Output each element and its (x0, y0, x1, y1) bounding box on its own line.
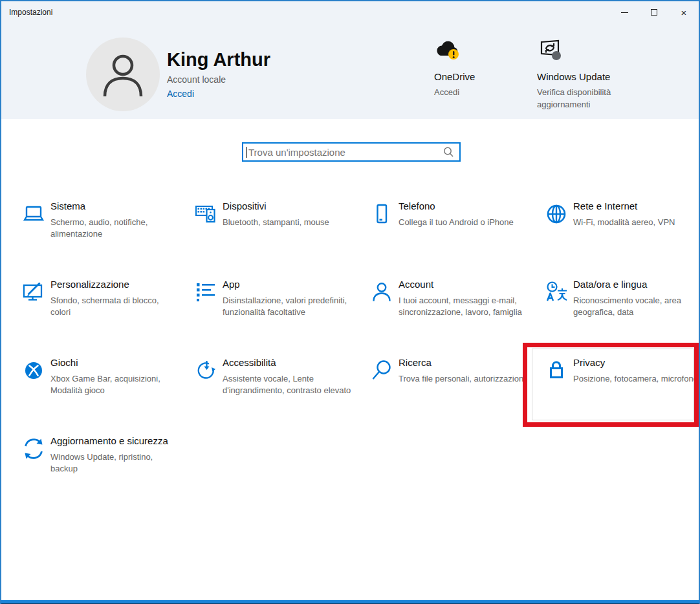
windows-update-refresh-icon (537, 38, 565, 63)
account-type-label: Account locale (167, 74, 226, 85)
category-tile-account[interactable]: Account I tuoi account, messaggi e-mail,… (367, 274, 542, 352)
person-icon (98, 47, 148, 102)
category-title: Accessibilità (223, 357, 352, 368)
account-person-icon (369, 279, 395, 305)
user-name: King Arthur (167, 49, 270, 70)
category-title: Personalizzazione (50, 279, 180, 290)
category-description: Disinstallazione, valori predefiniti, fu… (223, 295, 352, 318)
category-description: Windows Update, ripristino, backup (50, 451, 180, 475)
phone-icon (369, 201, 395, 227)
category-description: Collega il tuo Android o iPhone (399, 217, 514, 228)
category-description: I tuoi account, messaggi e-mail, sincron… (399, 295, 528, 318)
category-title: Privacy (573, 357, 698, 368)
category-title: Sistema (50, 200, 180, 211)
close-button[interactable]: × (669, 1, 699, 23)
window-titlebar: Impostazioni × (1, 1, 699, 23)
onedrive-label: OneDrive (434, 71, 512, 82)
category-title: Account (399, 279, 528, 290)
category-tile-dispositivi[interactable]: Dispositivi Bluetooth, stampanti, mouse (191, 195, 367, 274)
category-grid: Sistema Schermo, audio, notifiche, alime… (19, 195, 700, 508)
category-tile-accessibilita[interactable]: Accessibilità Assistente vocale, Lente d… (191, 352, 367, 430)
window-title: Impostazioni (1, 8, 52, 17)
search-icon (369, 358, 395, 383)
category-tile-app[interactable]: App Disinstallazione, valori predefiniti… (191, 274, 367, 352)
category-tile-aggiornamento-sicurezza[interactable]: Aggiornamento e sicurezza Windows Update… (19, 430, 191, 508)
maximize-icon (651, 9, 657, 16)
clock-language-icon (543, 279, 569, 305)
category-title: Aggiornamento e sicurezza (50, 435, 180, 446)
category-description: Xbox Game Bar, acquisizioni, Modalità gi… (50, 373, 180, 396)
onedrive-status: Accedi (434, 87, 512, 99)
search-input[interactable] (247, 147, 443, 158)
accessibility-icon (193, 358, 219, 383)
category-tile-telefono[interactable]: Telefono Collega il tuo Android o iPhone (367, 195, 542, 274)
category-description: Trova file personali, autorizzazioni (399, 373, 525, 385)
category-description: Wi-Fi, modalità aereo, VPN (573, 217, 675, 228)
onedrive-section[interactable]: OneDrive Accedi (434, 38, 512, 99)
category-title: Rete e Internet (573, 200, 675, 211)
devices-keyboard-icon (193, 201, 219, 227)
category-title: Dispositivi (223, 200, 329, 211)
category-tile-data-ora-lingua[interactable]: Data/ora e lingua Riconoscimento vocale,… (542, 274, 700, 352)
personalization-pen-icon (21, 279, 47, 305)
category-description: Riconoscimento vocale, area geografica, … (573, 295, 700, 318)
apps-list-icon (193, 279, 219, 305)
settings-search-box[interactable] (242, 142, 461, 162)
category-description: Bluetooth, stampanti, mouse (223, 217, 329, 228)
search-magnifier-icon (443, 146, 454, 158)
category-tile-ricerca[interactable]: Ricerca Trova file personali, autorizzaz… (367, 352, 542, 430)
globe-icon (543, 201, 569, 227)
settings-header: Impostazioni × King Arthur Account local… (1, 1, 699, 119)
category-description: Assistente vocale, Lente d'ingrandimento… (223, 373, 352, 396)
category-tile-sistema[interactable]: Sistema Schermo, audio, notifiche, alime… (19, 195, 191, 274)
user-avatar (86, 38, 160, 111)
windows-update-section[interactable]: Windows Update Verifica disponibilità ag… (537, 38, 624, 111)
sign-in-link[interactable]: Accedi (167, 89, 194, 99)
category-tile-personalizzazione[interactable]: Personalizzazione Sfondo, schermata di b… (19, 274, 191, 352)
category-title: Ricerca (399, 357, 525, 368)
category-title: App (223, 279, 352, 290)
category-tile-rete-internet[interactable]: Rete e Internet Wi-Fi, modalità aereo, V… (542, 195, 700, 274)
minimize-icon (621, 12, 628, 13)
xbox-icon (21, 358, 47, 383)
category-title: Giochi (50, 357, 180, 368)
lock-icon (543, 358, 569, 383)
windows-update-label: Windows Update (537, 71, 624, 82)
category-title: Data/ora e lingua (573, 279, 700, 290)
windows-update-status: Verifica disponibilità aggiornamenti (537, 87, 624, 111)
category-description: Schermo, audio, notifiche, alimentazione (50, 217, 180, 240)
category-description: Posizione, fotocamera, microfono (573, 373, 698, 385)
category-tile-giochi[interactable]: Giochi Xbox Game Bar, acquisizioni, Moda… (19, 352, 191, 430)
minimize-button[interactable] (609, 1, 639, 23)
laptop-icon (21, 201, 47, 227)
category-title: Telefono (399, 200, 514, 211)
window-controls: × (609, 1, 699, 23)
close-icon: × (681, 8, 687, 17)
category-tile-privacy[interactable]: Privacy Posizione, fotocamera, microfono (542, 352, 700, 430)
onedrive-cloud-warning-icon (434, 38, 464, 63)
maximize-button[interactable] (639, 1, 669, 23)
sync-arrows-icon (21, 436, 47, 462)
category-description: Sfondo, schermata di blocco, colori (50, 295, 180, 318)
